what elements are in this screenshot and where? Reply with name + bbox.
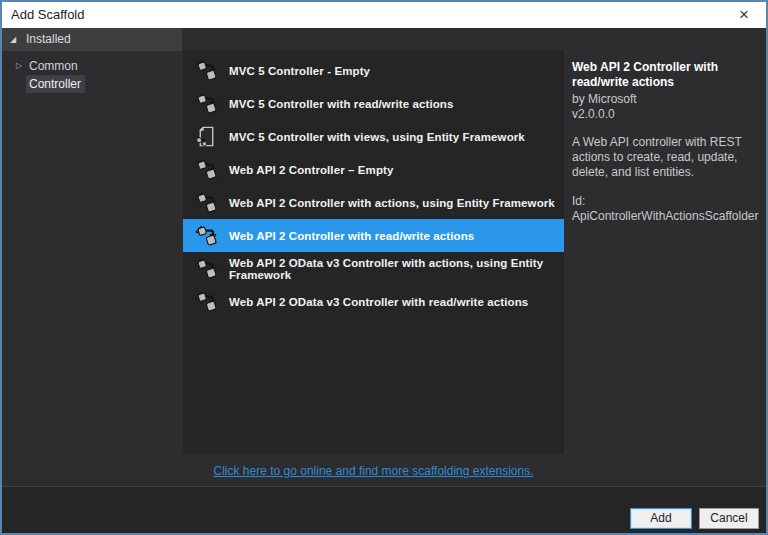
scaffold-item-label: MVC 5 Controller with views, using Entit… (229, 131, 525, 143)
scaffold-list-item[interactable]: Web API 2 OData v3 Controller with actio… (183, 252, 564, 285)
controller-icon (194, 191, 219, 214)
details-title: Web API 2 Controller with read/write act… (572, 60, 762, 90)
scaffold-list: MVC 5 Controller - Empty MVC 5 Controlle… (183, 50, 564, 454)
sidebar-item-common[interactable]: ▷ Common (2, 57, 182, 75)
scaffold-item-label: Web API 2 OData v3 Controller with actio… (229, 257, 564, 281)
scaffold-list-item[interactable]: MVC 5 Controller - Empty (183, 54, 564, 87)
titlebar: Add Scaffold × (2, 2, 766, 28)
details-panel: Web API 2 Controller with read/write act… (572, 60, 762, 224)
add-scaffold-dialog: Add Scaffold × ◢ Installed ▷ Common Cont… (0, 0, 768, 535)
scaffold-list-item[interactable]: Web API 2 Controller – Empty (183, 153, 564, 186)
details-author: by Microsoft (572, 92, 762, 107)
scaffold-item-label: Web API 2 Controller with actions, using… (229, 197, 555, 209)
details-id: Id: ApiControllerWithActionsScaffolder (572, 194, 762, 224)
scaffold-item-label: Web API 2 OData v3 Controller with read/… (229, 296, 528, 308)
dialog-title: Add Scaffold (11, 2, 84, 28)
controller-icon (194, 158, 219, 181)
details-description: A Web API controller with REST actions t… (572, 135, 762, 180)
footer: Add Cancel (2, 487, 766, 533)
controller-icon (194, 59, 219, 82)
scaffold-item-label: Web API 2 Controller with read/write act… (229, 230, 474, 242)
scaffold-item-label: MVC 5 Controller with read/write actions (229, 98, 453, 110)
controller-icon (194, 290, 219, 313)
controller-icon (194, 92, 219, 115)
details-version: v2.0.0.0 (572, 107, 762, 122)
scaffold-item-label: MVC 5 Controller - Empty (229, 65, 370, 77)
scaffold-list-item[interactable]: MVC 5 Controller with views, using Entit… (183, 120, 564, 153)
common-label: Common (29, 57, 78, 75)
category-sidebar: ◢ Installed ▷ Common Controller (2, 28, 182, 533)
cancel-button[interactable]: Cancel (699, 508, 759, 529)
scaffold-list-item[interactable]: Web API 2 Controller with actions, using… (183, 186, 564, 219)
add-button[interactable]: Add (630, 508, 692, 529)
scaffold-list-item[interactable]: Web API 2 Controller with read/write act… (183, 219, 564, 252)
scaffold-item-label: Web API 2 Controller – Empty (229, 164, 393, 176)
sidebar-item-installed[interactable]: ◢ Installed (2, 28, 182, 51)
close-icon[interactable]: × (728, 2, 760, 28)
online-extensions-link[interactable]: Click here to go online and find more sc… (214, 464, 534, 478)
controller-label: Controller (29, 77, 81, 91)
controller-icon (194, 224, 219, 247)
controller-icon (194, 257, 219, 280)
scaffold-list-item[interactable]: MVC 5 Controller with read/write actions (183, 87, 564, 120)
expanded-triangle-icon: ◢ (10, 28, 16, 51)
link-row: Click here to go online and find more sc… (183, 461, 564, 479)
sidebar-item-controller[interactable]: Controller (26, 75, 85, 93)
scaffold-list-item[interactable]: Web API 2 OData v3 Controller with read/… (183, 285, 564, 318)
controller-views-icon (194, 125, 219, 148)
installed-label: Installed (26, 28, 71, 51)
collapsed-triangle-icon: ▷ (16, 57, 22, 75)
